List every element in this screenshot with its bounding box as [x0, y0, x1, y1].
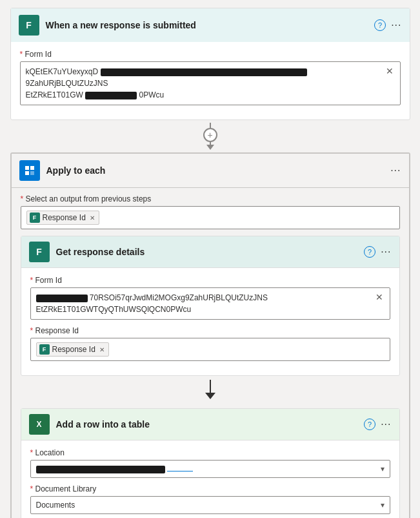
trigger-card: F When a new response is submitted ? ···… [10, 8, 410, 120]
response-id-token-close[interactable]: ✕ [90, 214, 95, 222]
form-id-input[interactable]: kQEtEK7uYUexyxqD 9ZahURjBLQUtZUzJNS EtZR… [20, 61, 401, 105]
get-response-token-icon: F [39, 344, 50, 355]
form-id-value: kQEtEK7uYUexyxqD 9ZahURjBLQUtZUzJNS EtZR… [26, 66, 385, 101]
get-response-header: F Get response details ? ··· [21, 236, 399, 268]
doc-library-value: Documents [36, 501, 381, 510]
add-row-header: X Add a row into a table ? ··· [21, 409, 399, 440]
get-response-form-id-label: * Form Id [30, 276, 390, 285]
svg-rect-3 [30, 171, 34, 175]
apply-each-body: * Select an output from previous steps F… [12, 188, 409, 518]
connector-arrow-1 [206, 145, 214, 150]
get-response-body: * Form Id 70RSOi57qrJwdMi2MOGxg9ZahURjBL… [21, 268, 399, 375]
doc-library-chevron-icon: ▾ [381, 501, 385, 510]
redacted-2 [85, 92, 137, 99]
trigger-help-icon[interactable]: ? [374, 19, 386, 31]
add-row-help-icon[interactable]: ? [364, 419, 375, 430]
page-container: F When a new response is submitted ? ···… [0, 0, 420, 518]
select-output-field: * Select an output from previous steps F… [21, 194, 400, 229]
big-arrow-line-1 [210, 380, 211, 393]
redacted-1 [101, 68, 307, 76]
get-response-token-label: Response Id [52, 345, 95, 354]
trigger-ellipsis-btn[interactable]: ··· [391, 19, 401, 31]
location-chevron-icon: ▾ [381, 464, 385, 473]
get-response-form-id-field: * Form Id 70RSOi57qrJwdMi2MOGxg9ZahURjBL… [30, 276, 390, 320]
location-redacted [36, 466, 165, 473]
apply-each-title: Apply to each [46, 165, 385, 176]
connector-line-1 [210, 123, 211, 128]
connector-1: + [203, 120, 217, 152]
apply-icon-svg [24, 165, 35, 176]
form-id-input-content: kQEtEK7uYUexyxqD 9ZahURjBLQUtZUzJNS EtZR… [26, 66, 395, 101]
doc-library-field: * Document Library Documents ▾ [30, 484, 390, 514]
svg-rect-0 [25, 166, 29, 170]
form-id-label: * Form Id [20, 50, 401, 59]
get-response-form-id-value: 70RSOi57qrJwdMi2MOGxg9ZahURjBLQUtZUzJNS … [36, 292, 268, 315]
get-response-form-id-input[interactable]: 70RSOi57qrJwdMi2MOGxg9ZahURjBLQUtZUzJNS … [30, 287, 390, 320]
get-response-id-label: * Response Id [30, 326, 390, 335]
get-response-token-close[interactable]: ✕ [99, 346, 105, 353]
redacted-3 [36, 295, 88, 302]
get-response-help-icon[interactable]: ? [364, 246, 375, 258]
get-response-id-token: F Response Id ✕ [36, 342, 109, 357]
response-id-token-outer: F Response Id ✕ [26, 211, 99, 225]
select-output-input[interactable]: F Response Id ✕ [21, 206, 400, 229]
get-response-icon: F [29, 242, 50, 262]
big-arrow-head-1 [205, 393, 215, 399]
get-response-id-input[interactable]: F Response Id ✕ [30, 338, 390, 361]
svg-rect-1 [30, 166, 34, 170]
trigger-card-header: F When a new response is submitted ? ··· [11, 8, 410, 42]
trigger-card-actions: ? ··· [374, 19, 401, 31]
svg-rect-2 [25, 171, 29, 175]
add-row-icon: X [29, 414, 50, 435]
get-response-title: Get response details [56, 247, 358, 257]
token-forms-icon: F [30, 212, 40, 223]
response-id-token-label: Response Id [43, 213, 86, 222]
apply-each-card: Apply to each ··· * Select an output fro… [10, 152, 410, 518]
add-row-actions: ? ··· [364, 419, 391, 430]
trigger-card-body: * Form Id kQEtEK7uYUexyxqD 9ZahURjBLQUtZ… [11, 42, 410, 119]
get-response-actions: ? ··· [364, 246, 391, 258]
doc-library-dropdown[interactable]: Documents ▾ [30, 496, 390, 514]
add-row-card: X Add a row into a table ? ··· * Locatio… [21, 408, 400, 518]
apply-each-header: Apply to each ··· [12, 154, 409, 188]
form-id-field: * Form Id kQEtEK7uYUexyxqD 9ZahURjBLQUtZ… [20, 50, 401, 105]
add-row-title: Add a row into a table [56, 419, 358, 430]
get-response-ellipsis[interactable]: ··· [381, 246, 391, 258]
add-row-ellipsis[interactable]: ··· [381, 419, 391, 430]
form-id-clear-btn[interactable]: ✕ [385, 66, 395, 76]
select-output-label: * Select an output from previous steps [21, 194, 400, 203]
get-response-id-field: * Response Id F Response Id ✕ [30, 326, 390, 361]
add-row-body: * Location ▾ * Documen [21, 440, 399, 518]
get-response-card: F Get response details ? ··· * Form Id [21, 236, 400, 376]
trigger-title: When a new response is submitted [46, 20, 368, 30]
apply-each-ellipsis-btn[interactable]: ··· [390, 165, 401, 176]
forms-trigger-icon: F [19, 15, 39, 36]
apply-icon [19, 160, 40, 181]
add-step-btn-1[interactable]: + [203, 128, 217, 142]
location-field: * Location ▾ [30, 448, 390, 478]
doc-library-label: * Document Library [30, 484, 390, 493]
location-label: * Location [30, 448, 390, 457]
location-dropdown[interactable]: ▾ [30, 460, 390, 478]
get-response-form-id-clear[interactable]: ✕ [374, 292, 385, 302]
big-arrow-1 [21, 376, 400, 403]
location-value [36, 464, 381, 473]
